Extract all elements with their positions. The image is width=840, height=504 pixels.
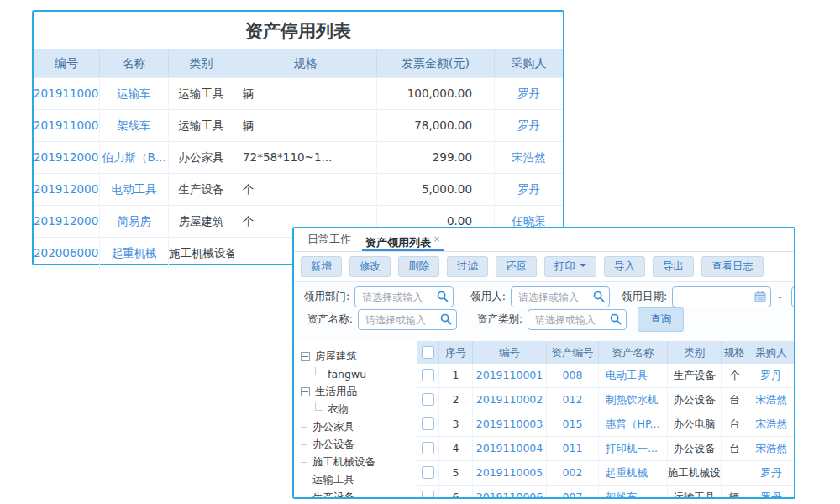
asset-name-link[interactable]: 电动工具 [599,364,668,387]
calendar-icon[interactable] [754,291,766,302]
search-icon[interactable] [440,313,452,325]
modify-button[interactable]: 修改 [349,256,391,277]
code-link[interactable]: 2019110003 [473,412,547,436]
row-checkbox[interactable] [422,417,434,430]
col-header-index[interactable]: 序号 [439,341,473,364]
date-to-input[interactable] [791,286,795,307]
asset-id-link[interactable]: 2019110001 [34,77,100,109]
code-link[interactable]: 2019110002 [473,388,547,412]
asset-id-link[interactable]: 2019110002 [34,109,100,141]
table-row[interactable]: 2019110002 架线车 运输工具 辆 78,000.00 罗丹 [34,109,563,141]
col-header-category[interactable]: 类别 [668,341,722,364]
asset-no-link[interactable]: 007 [547,486,599,499]
asset-name-link[interactable]: 起重机械 [599,461,668,485]
row-checkbox[interactable] [422,393,434,406]
purchaser-link[interactable]: 宋浩然 [748,437,794,460]
col-header-category[interactable]: 类别 [169,49,234,77]
purchaser-link[interactable]: 宋浩然 [495,141,563,173]
delete-button[interactable]: 删除 [398,256,439,277]
asset-name-link[interactable]: 起重机械 [100,237,169,269]
table-row[interactable]: 2019120002 电动工具 生产设备 个 5,000.00 罗丹 [34,173,563,205]
col-header-spec[interactable]: 规格 [722,341,748,364]
table-row[interactable]: 2 2019110002 012 制热饮水机 办公设备 台 宋浩然 [417,388,794,412]
import-button[interactable]: 导入 [604,256,645,277]
asset-no-link[interactable]: 011 [547,437,599,460]
table-row[interactable]: 3 2019110003 015 惠普（HP... 办公电脑 台 宋浩然 [417,412,794,437]
row-checkbox[interactable] [422,442,434,454]
col-header-asset-no[interactable]: 资产编号 [547,341,599,364]
tree-item[interactable]: 办公家具 [301,418,417,436]
tab-asset-requisition-list[interactable]: 资产领用列表× [362,228,444,251]
purchaser-link[interactable]: 罗丹 [495,77,563,109]
code-link[interactable]: 2019110004 [473,437,547,460]
asset-name-link[interactable]: 打印机一... [599,437,668,460]
search-icon[interactable] [610,313,622,325]
filter-button[interactable]: 过滤 [447,256,488,277]
col-header-spec[interactable]: 规格 [234,49,377,77]
search-icon[interactable] [593,291,605,302]
col-header-invoice-amount[interactable]: 发票金额(元) [377,49,495,77]
purchaser-link[interactable]: 宋浩然 [748,412,794,436]
row-checkbox[interactable] [422,491,434,499]
col-header-purchaser[interactable]: 采购人 [748,341,794,364]
add-button[interactable]: 新增 [301,256,342,277]
col-header-purchaser[interactable]: 采购人 [495,49,563,77]
table-row[interactable]: 5 2019110005 002 起重机械 施工机械设备 罗丹 [417,461,794,486]
asset-name-link[interactable]: 运输车 [100,77,169,109]
table-row[interactable]: 2019110001 运输车 运输工具 辆 100,000.00 罗丹 [34,77,563,109]
asset-name-link[interactable]: 惠普（HP... [599,412,668,436]
asset-name-link[interactable]: 架线车 [599,486,668,499]
view-log-button[interactable]: 查看日志 [701,256,764,277]
purchaser-link[interactable]: 罗丹 [495,109,563,141]
col-header-asset-name[interactable]: 资产名称 [599,341,668,364]
print-button[interactable]: 打印 [544,256,596,277]
restore-button[interactable]: 还原 [496,256,537,277]
asset-name-link[interactable]: 伯力斯（B... [100,141,169,173]
purchaser-link[interactable]: 罗丹 [748,486,794,499]
table-row[interactable]: 2019120001 伯力斯（B... 办公家具 72*58*110~1... … [34,141,563,173]
close-icon[interactable]: × [433,234,440,244]
tree-item[interactable]: 办公设备 [301,436,417,454]
tree-item[interactable]: 衣物 [315,401,417,418]
tree-item[interactable]: 运输工具 [301,471,417,489]
tree-item[interactable]: 生活用品 [301,383,417,401]
col-header-id[interactable]: 编号 [34,49,100,77]
asset-id-link[interactable]: 2019120001 [34,141,100,173]
tree-item[interactable]: 房屋建筑 [301,348,417,365]
asset-id-link[interactable]: 2019120003 [34,205,100,237]
export-button[interactable]: 导出 [653,256,694,277]
tab-daily-work[interactable]: 日常工作 [304,228,354,251]
select-all-checkbox[interactable] [422,346,434,359]
asset-name-link[interactable]: 简易房 [100,205,169,237]
code-link[interactable]: 2019110001 [473,364,547,387]
purchaser-link[interactable]: 罗丹 [748,461,794,485]
query-button[interactable]: 查询 [638,307,684,332]
purchaser-link[interactable]: 罗丹 [495,173,563,205]
purchaser-link[interactable]: 罗丹 [748,364,794,387]
table-row[interactable]: 4 2019110004 011 打印机一... 办公设备 台 宋浩然 [417,437,794,461]
asset-id-link[interactable]: 2019120002 [34,173,100,205]
asset-id-link[interactable]: 2020060001 [34,237,100,269]
purchaser-link[interactable]: 宋浩然 [748,388,794,412]
tree-item[interactable]: 生产设备 [301,489,417,497]
col-header-name[interactable]: 名称 [100,49,169,77]
row-checkbox[interactable] [422,369,434,381]
code-link[interactable]: 2019110006 [473,486,547,499]
row-checkbox[interactable] [422,466,434,479]
asset-name-link[interactable]: 电动工具 [100,173,169,205]
code-link[interactable]: 2019110005 [473,461,547,485]
collapse-icon[interactable] [301,387,310,396]
search-icon[interactable] [437,291,449,302]
tree-item[interactable]: fangwu [315,365,417,383]
asset-no-link[interactable]: 008 [547,364,599,387]
table-row[interactable]: 1 2019110001 008 电动工具 生产设备 个 罗丹 [417,364,794,388]
asset-no-link[interactable]: 015 [547,412,599,436]
col-header-code[interactable]: 编号 [473,341,547,364]
collapse-icon[interactable] [301,352,310,361]
tree-item[interactable]: 施工机械设备 [301,454,417,471]
asset-no-link[interactable]: 002 [547,461,599,485]
asset-no-link[interactable]: 012 [547,388,599,412]
table-row[interactable]: 6 2019110006 007 架线车 运输工具 辆 罗丹 [417,486,794,499]
asset-name-link[interactable]: 架线车 [100,109,169,141]
asset-name-link[interactable]: 制热饮水机 [599,388,668,412]
